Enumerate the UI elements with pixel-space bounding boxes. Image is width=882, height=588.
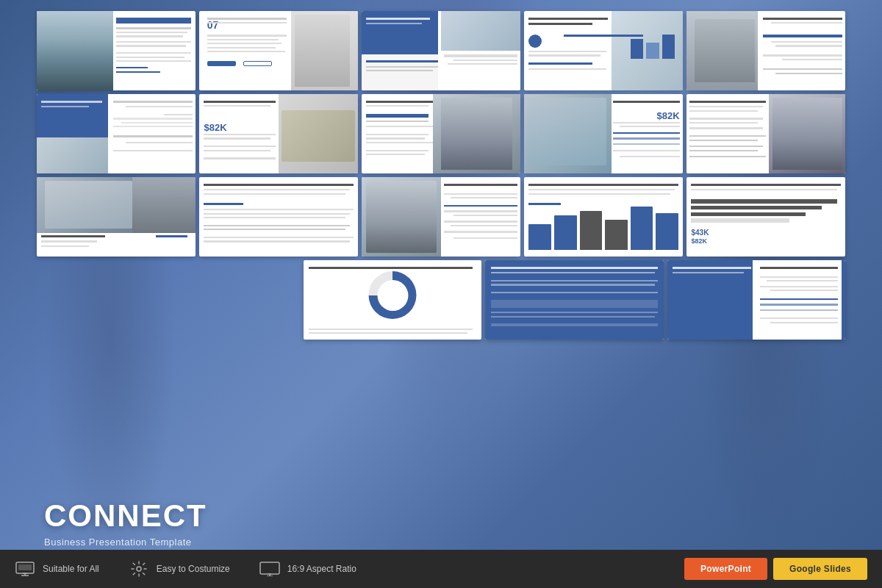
branding-area: CONNECT Business Presentation Template bbox=[44, 498, 207, 548]
slide-thumb-6[interactable] bbox=[37, 94, 196, 173]
slides-grid: 07 bbox=[37, 11, 845, 514]
footer-feature-1-label: Suitable for All bbox=[43, 564, 99, 574]
slide-thumb-8[interactable] bbox=[362, 94, 520, 173]
slide-row-4 bbox=[304, 260, 845, 340]
slide-thumb-1[interactable] bbox=[37, 11, 196, 90]
slide-row-1: 07 bbox=[37, 11, 845, 90]
slide-thumb-7[interactable]: $82K bbox=[199, 94, 358, 173]
footer-feature-3-label: 16:9 Aspect Ratio bbox=[287, 564, 356, 574]
brand-title: CONNECT bbox=[44, 498, 207, 534]
slide-thumb-15[interactable]: $43K $82K bbox=[686, 177, 845, 257]
monitor-icon bbox=[15, 561, 35, 577]
slide-thumb-16[interactable] bbox=[304, 260, 481, 340]
footer-feature-3: 16:9 Aspect Ratio bbox=[259, 561, 356, 577]
slide-thumb-2[interactable]: 07 bbox=[199, 11, 358, 90]
footer-features: Suitable for All Easy to Costumize bbox=[15, 561, 684, 577]
slide-thumb-10[interactable] bbox=[686, 94, 845, 173]
slide-thumb-4[interactable] bbox=[524, 11, 683, 90]
slide-thumb-17[interactable] bbox=[485, 260, 663, 340]
display-icon bbox=[259, 561, 280, 577]
slide-row-3: $43K $82K bbox=[37, 177, 845, 257]
powerpoint-button[interactable]: PowerPoint bbox=[684, 558, 767, 580]
svg-rect-1 bbox=[18, 564, 32, 570]
brand-subtitle: Business Presentation Template bbox=[44, 537, 207, 548]
slide-thumb-11[interactable] bbox=[37, 177, 196, 257]
slide-thumb-14[interactable] bbox=[524, 177, 683, 257]
slide-thumb-5[interactable] bbox=[686, 11, 845, 90]
slide-thumb-13[interactable] bbox=[362, 177, 520, 257]
slide-thumb-12[interactable] bbox=[199, 177, 358, 257]
slide-thumb-18[interactable] bbox=[667, 260, 845, 340]
slide-row-2: $82K $82 bbox=[37, 94, 845, 173]
footer-feature-2: Easy to Costumize bbox=[129, 561, 230, 577]
footer-bar: Suitable for All Easy to Costumize bbox=[0, 550, 882, 588]
svg-point-5 bbox=[137, 567, 141, 571]
slide-thumb-9[interactable]: $82K bbox=[524, 94, 683, 173]
footer-buttons: PowerPoint Google Slides bbox=[684, 558, 867, 580]
google-slides-button[interactable]: Google Slides bbox=[773, 558, 867, 580]
slide-thumb-3[interactable] bbox=[362, 11, 520, 90]
footer-feature-2-label: Easy to Costumize bbox=[157, 564, 230, 574]
footer-feature-1: Suitable for All bbox=[15, 561, 99, 577]
settings-icon bbox=[129, 561, 149, 577]
svg-rect-6 bbox=[260, 562, 279, 574]
